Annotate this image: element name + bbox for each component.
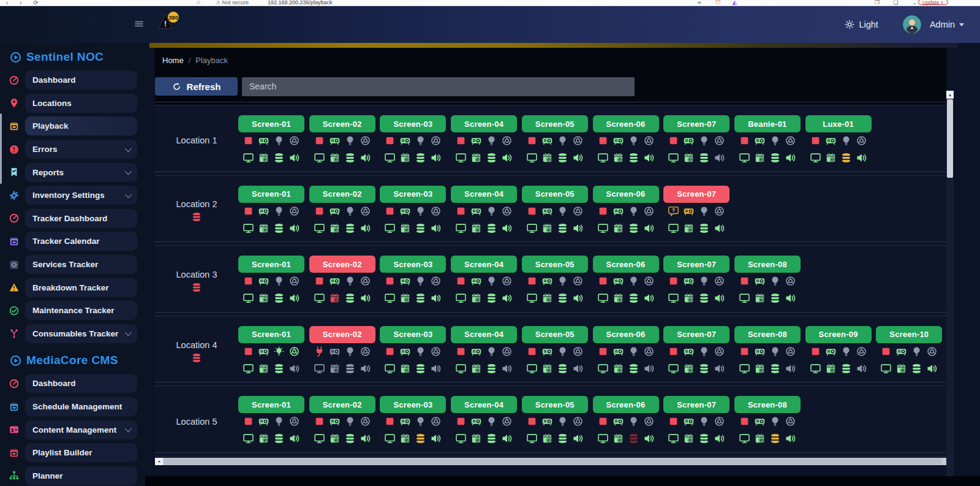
monitor-icon[interactable] [314, 363, 325, 374]
database-icon[interactable] [628, 153, 639, 163]
chrome-icon[interactable] [502, 276, 512, 286]
screen-status-badge[interactable]: Screen-10 [876, 326, 942, 343]
stop-icon[interactable] [456, 276, 466, 286]
chrome-icon[interactable] [502, 346, 512, 357]
screen-status-badge[interactable]: Screen-08 [734, 396, 801, 413]
monitor-icon[interactable] [668, 223, 679, 234]
database-icon[interactable] [486, 293, 497, 303]
chrome-icon[interactable] [714, 276, 725, 286]
monitor-icon[interactable] [598, 153, 608, 163]
bulb-icon[interactable] [770, 276, 780, 286]
chrome-icon[interactable] [785, 416, 796, 427]
monitor-icon[interactable] [456, 363, 466, 374]
calendar-icon[interactable] [542, 433, 552, 444]
calendar-icon[interactable] [330, 433, 340, 444]
projector-icon[interactable] [684, 206, 694, 216]
bookmark-star-icon[interactable]: ☆ [196, 0, 201, 6]
bulb-icon[interactable] [770, 346, 780, 357]
browser-nav-icons[interactable]: ‹ › ⟳ [6, 0, 43, 6]
stop-icon[interactable] [881, 346, 891, 357]
vertical-scrollbar[interactable]: ▲ [946, 91, 954, 476]
volume-icon[interactable] [502, 223, 512, 234]
screen-status-badge[interactable]: Screen-06 [593, 115, 659, 132]
browser-update-button[interactable]: Update ≡ [918, 0, 948, 5]
database-icon[interactable] [557, 223, 568, 234]
sidebar-cms-item-planner[interactable]: Planner [0, 465, 145, 486]
sidebar-item-inventory-settings[interactable]: Inventory Settings [0, 184, 145, 207]
user-avatar[interactable] [903, 15, 921, 34]
sidebar-cms-item-dashboard[interactable]: Dashboard [0, 372, 145, 395]
volume-icon[interactable] [289, 433, 300, 444]
projector-icon[interactable] [542, 416, 552, 427]
chrome-icon[interactable] [785, 276, 796, 286]
scroll-left-arrow[interactable]: ◂ [155, 458, 163, 465]
calendar-icon[interactable] [258, 293, 269, 303]
monitor-icon[interactable] [527, 363, 537, 374]
volume-icon[interactable] [644, 223, 654, 234]
monitor-icon[interactable] [598, 223, 608, 234]
database-icon[interactable] [699, 223, 709, 234]
projector-icon[interactable] [471, 276, 481, 286]
monitor-icon[interactable] [314, 153, 325, 163]
volume-icon[interactable] [431, 293, 441, 303]
stop-icon[interactable] [243, 135, 254, 146]
monitor-icon[interactable] [385, 293, 395, 303]
bulb-icon[interactable] [770, 135, 780, 146]
calendar-icon[interactable] [826, 153, 836, 163]
database-icon[interactable] [415, 153, 426, 163]
chrome-icon[interactable] [714, 206, 725, 216]
calendar-icon[interactable] [684, 363, 694, 374]
monitor-icon[interactable] [739, 293, 750, 303]
projector-icon[interactable] [826, 346, 836, 357]
bulb-icon[interactable] [415, 416, 426, 427]
bulb-icon[interactable] [770, 416, 780, 427]
screen-status-badge[interactable]: Screen-01 [238, 396, 304, 413]
calendar-icon[interactable] [400, 293, 410, 303]
chrome-icon[interactable] [714, 346, 725, 357]
projector-icon[interactable] [330, 346, 340, 357]
bulb-icon[interactable] [415, 135, 426, 146]
projector-icon[interactable] [471, 416, 481, 427]
bulb-icon[interactable] [841, 346, 851, 357]
monitor-icon[interactable] [598, 433, 608, 444]
projector-icon[interactable] [330, 276, 340, 286]
calendar-icon[interactable] [542, 293, 552, 303]
calendar-icon[interactable] [542, 363, 552, 374]
screen-status-badge[interactable]: Screen-06 [593, 186, 659, 203]
calendar-icon[interactable] [684, 433, 694, 444]
volume-icon[interactable] [431, 153, 441, 163]
volume-icon[interactable] [644, 293, 654, 303]
bulb-icon[interactable] [628, 135, 639, 146]
volume-icon[interactable] [431, 433, 441, 444]
chrome-icon[interactable] [431, 346, 441, 357]
stop-icon[interactable] [598, 206, 608, 216]
volume-icon[interactable] [785, 293, 796, 303]
volume-icon[interactable] [360, 363, 371, 374]
volume-icon[interactable] [502, 363, 512, 374]
database-icon[interactable] [274, 153, 284, 163]
volume-icon[interactable] [360, 153, 371, 163]
calendar-icon[interactable] [755, 153, 765, 163]
refresh-button[interactable]: Refresh [155, 77, 238, 96]
sidebar-item-playback[interactable]: Playback [0, 115, 145, 138]
chrome-icon[interactable] [644, 206, 654, 216]
volume-icon[interactable] [289, 293, 300, 303]
projector-icon[interactable] [258, 276, 269, 286]
monitor-icon[interactable] [456, 293, 466, 303]
screen-status-badge[interactable]: Screen-01 [238, 186, 304, 203]
stop-icon[interactable] [598, 135, 608, 146]
screen-status-badge[interactable]: Screen-04 [451, 326, 517, 343]
screen-status-badge[interactable]: Screen-06 [593, 396, 659, 413]
location-alert-database-icon[interactable] [192, 283, 202, 292]
projector-icon[interactable] [755, 135, 765, 146]
screen-status-badge[interactable]: Screen-04 [451, 256, 517, 273]
screen-status-badge[interactable]: Screen-04 [451, 186, 517, 203]
monitor-icon[interactable] [739, 363, 750, 374]
calendar-icon[interactable] [896, 363, 907, 374]
volume-icon[interactable] [573, 293, 583, 303]
bulb-icon[interactable] [628, 346, 639, 357]
projector-icon[interactable] [755, 346, 765, 357]
bulb-icon[interactable] [486, 135, 497, 146]
projector-icon[interactable] [400, 276, 410, 286]
calendar-icon[interactable] [471, 153, 481, 163]
